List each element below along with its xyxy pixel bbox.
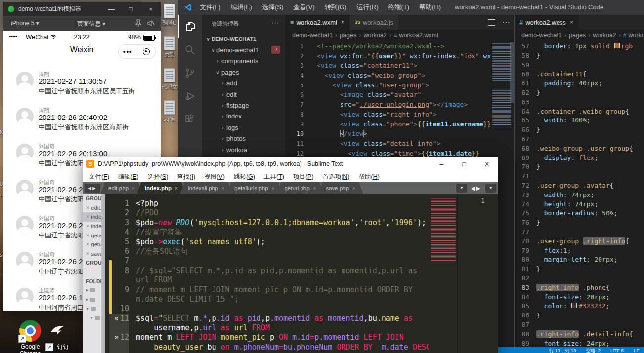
- menu-item[interactable]: 编辑(E): [114, 173, 143, 181]
- tree-item-pages[interactable]: ∨pages: [202, 67, 285, 78]
- tab-close-icon[interactable]: ×: [175, 186, 178, 191]
- menu-item[interactable]: 选择(S): [257, 3, 288, 12]
- menu-item[interactable]: 查看(V): [288, 3, 319, 12]
- tree-item-add[interactable]: ›add: [202, 78, 285, 89]
- menu-item[interactable]: 文件(F): [195, 3, 226, 12]
- breadcrumb-item[interactable]: demo-wechat1: [521, 32, 562, 39]
- explorer-icon[interactable]: [178, 15, 203, 38]
- tree-item-logs[interactable]: ›logs: [202, 122, 285, 133]
- tree-item-edit[interactable]: ›edit: [202, 89, 285, 100]
- tab-close-icon[interactable]: ×: [313, 186, 316, 191]
- tab-close-icon[interactable]: ×: [132, 186, 135, 191]
- code-editor-php[interactable]: 1<?php2//PDO3$pdo=new PDO('mysql:host=12…: [109, 199, 429, 353]
- run-debug-icon[interactable]: [178, 84, 202, 108]
- vscode-titlebar[interactable]: 文件(F)编辑(E)选择(S)查看(V)转到(G)运行(R)终端(T)帮助(H)…: [178, 0, 644, 15]
- tab-indexall.php[interactable]: indexall.php×: [180, 182, 232, 194]
- tab-workoa2.wxml[interactable]: ≡workoa2.wxml×: [285, 15, 349, 30]
- menu-item[interactable]: 选择(S): [143, 173, 173, 181]
- simulator-titlebar[interactable]: demo-wechat1的模拟器 —□×: [3, 2, 161, 16]
- close-file-icon[interactable]: ✕: [86, 214, 90, 219]
- breadcrumb-item[interactable]: pages: [340, 32, 356, 39]
- moment-item[interactable]: 周翔2021-02-26 20:40:02中国辽宁省抚顺市东洲区海新街: [3, 107, 161, 143]
- more-button[interactable]: ●●●: [119, 49, 137, 54]
- close-button[interactable]: ×: [141, 5, 161, 13]
- breadcrumb-item[interactable]: ≡ workoa2.wxml: [394, 32, 438, 39]
- menu-item[interactable]: 查找(I): [172, 173, 200, 181]
- close-file-icon[interactable]: ✕: [86, 251, 90, 256]
- close-button[interactable]: X: [475, 160, 498, 168]
- menu-item[interactable]: 转到(G): [320, 3, 352, 12]
- pin-icon[interactable]: [135, 19, 142, 27]
- breadcrumb-item[interactable]: demo-wechat1: [292, 32, 333, 39]
- breadcrumb[interactable]: demo-wechat1›pages›workoa2›≡ workoa2.wxm…: [285, 30, 514, 40]
- menu-item[interactable]: 工具(T): [259, 173, 289, 181]
- sidebar-scrollbar[interactable]: [101, 194, 105, 353]
- status-item[interactable]: UTF-8: [610, 347, 624, 353]
- desktop-icon[interactable]: 代码文: [161, 68, 178, 91]
- tree-item-photos[interactable]: ›photos: [202, 133, 285, 144]
- minimap[interactable]: [492, 90, 511, 127]
- tab-close-icon[interactable]: ×: [221, 186, 224, 191]
- tab-scroll-left-right-icon[interactable]: ◀▶: [85, 184, 100, 193]
- mute-icon[interactable]: [147, 19, 155, 27]
- tab-edit.php[interactable]: edit.php×: [100, 182, 143, 194]
- search-icon[interactable]: [178, 38, 202, 61]
- tab-close-icon[interactable]: ×: [352, 186, 355, 191]
- minimap[interactable]: [492, 43, 511, 82]
- source-control-icon[interactable]: [178, 61, 202, 84]
- desktop-icon[interactable]: ↗钉钉: [46, 320, 79, 350]
- tree-item-compoments[interactable]: ›compoments: [202, 56, 285, 67]
- editor-more-icon[interactable]: ···: [502, 18, 510, 27]
- split-editor-icon[interactable]: [488, 19, 495, 26]
- device-dropdown[interactable]: iPhone 5 ▾: [11, 20, 39, 27]
- menu-item[interactable]: 帮助(H): [354, 173, 384, 181]
- menu-item[interactable]: 文件(F): [85, 173, 114, 181]
- breadcrumb-item[interactable]: pages: [569, 32, 586, 39]
- scrollbar[interactable]: [510, 42, 514, 103]
- extensions-icon[interactable]: [178, 108, 202, 131]
- menu-item[interactable]: 终端(T): [383, 3, 414, 12]
- sublime-pane-2[interactable]: 1: [457, 194, 498, 353]
- breadcrumb-item[interactable]: workoa2: [363, 32, 386, 39]
- tab-index.php[interactable]: index.php×: [137, 182, 186, 194]
- page-info-dropdown[interactable]: 页面信息 ▾: [77, 20, 105, 28]
- tree-item-index[interactable]: ›index: [202, 111, 285, 122]
- status-item[interactable]: 空格: 2: [586, 347, 601, 353]
- tree-item-workoa[interactable]: ›workoa: [202, 144, 285, 155]
- sublime-titlebar[interactable]: S D:\APP1\phpstudy_pro\WWW\yiwok\index.p…: [83, 157, 498, 171]
- status-item[interactable]: 行 10，列 13: [549, 347, 576, 353]
- layout-menu-icon[interactable]: ▼: [485, 184, 496, 193]
- status-item[interactable]: LF: [634, 347, 639, 353]
- explorer-more-icon[interactable]: ···: [271, 19, 279, 26]
- menu-item[interactable]: 帮助(H): [414, 3, 446, 12]
- menu-item[interactable]: 运行(R): [351, 3, 383, 12]
- tab-geturl.php[interactable]: geturl.php×: [276, 182, 324, 194]
- close-file-icon[interactable]: ✕: [86, 233, 90, 238]
- tab-close-icon[interactable]: ×: [272, 186, 275, 191]
- tree-item-demo-wechat1[interactable]: ∨demo-wechat1./: [202, 44, 285, 55]
- sublime-minimap[interactable]: [431, 198, 456, 262]
- tab-workoa2.js[interactable]: JSworkoa2.js: [350, 15, 398, 30]
- tab-nav-icons[interactable]: ◀▶: [471, 185, 481, 192]
- minimize-button[interactable]: –: [430, 160, 453, 168]
- menu-item[interactable]: 项目(P): [289, 173, 318, 181]
- tree-item-fistpage[interactable]: ›fistpage: [202, 100, 285, 111]
- tab-close-icon[interactable]: ×: [341, 19, 344, 26]
- breadcrumb[interactable]: demo-wechat1›pages›workoa2›# workoa2.wxs…: [515, 30, 644, 40]
- close-file-icon[interactable]: ✕: [86, 205, 90, 210]
- desktop-icon[interactable]: sql语: [161, 100, 178, 123]
- tab-save.php[interactable]: save.php×: [318, 182, 363, 194]
- tab-workoa2.wxss[interactable]: #workoa2.wxss×: [515, 15, 578, 30]
- tree-item-DEMO-WECHAT1[interactable]: ∨DEMO-WECHAT1: [202, 34, 285, 44]
- minimize-button[interactable]: —: [101, 5, 121, 13]
- close-file-icon[interactable]: ✕: [86, 224, 90, 229]
- maximize-button[interactable]: □: [121, 5, 141, 13]
- maximize-button[interactable]: □: [453, 160, 475, 168]
- tab-close-icon[interactable]: ×: [570, 19, 573, 26]
- breadcrumb-item[interactable]: workoa2: [593, 32, 616, 39]
- code-editor-wxss[interactable]: 57 border: 1px solid rgb58}5960.containe…: [515, 40, 644, 347]
- menu-item[interactable]: 编辑(E): [226, 3, 257, 12]
- breadcrumb-item[interactable]: # workoa2.wxss: [623, 32, 644, 39]
- desktop-icon[interactable]: 翻墙U: [161, 4, 178, 27]
- close-file-icon[interactable]: ✕: [86, 242, 90, 247]
